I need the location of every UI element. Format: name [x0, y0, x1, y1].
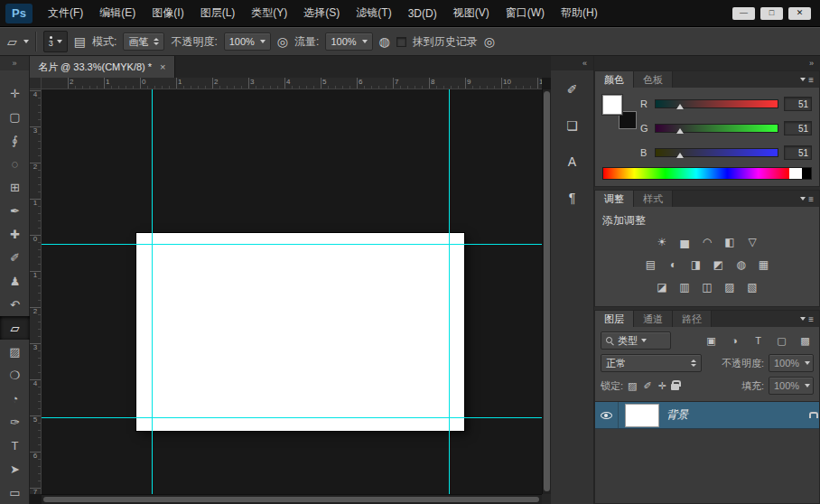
brush-size-picker[interactable]: 3	[43, 31, 68, 52]
panel-menu-icon[interactable]: ≡	[800, 71, 819, 88]
panel-tab[interactable]: 颜色	[595, 71, 634, 88]
horizontal-scrollbar[interactable]	[42, 494, 542, 504]
path-selection-tool[interactable]: ➤	[0, 457, 30, 481]
vertical-scrollbar-thumb[interactable]	[544, 91, 550, 491]
quick-selection-tool[interactable]: ◌	[0, 152, 30, 175]
threshold-icon[interactable]: ◫	[697, 278, 717, 296]
gradient-map-icon[interactable]: ▨	[720, 278, 740, 296]
menu-item[interactable]: 图层(L)	[192, 0, 244, 26]
blend-mode-dropdown[interactable]: 正常	[601, 354, 702, 372]
mode-dropdown[interactable]: 画笔	[123, 33, 164, 51]
menu-item[interactable]: 窗口(W)	[498, 0, 553, 26]
color-spectrum-ramp[interactable]	[602, 167, 812, 180]
black-white-icon[interactable]: ◨	[686, 256, 706, 274]
flow-dropdown[interactable]: 100%	[325, 33, 372, 51]
menu-item[interactable]: 滤镜(T)	[348, 0, 399, 26]
eyedropper-tool[interactable]: ✒	[0, 199, 30, 222]
spot-healing-brush-tool[interactable]: ✚	[0, 222, 30, 246]
menu-item[interactable]: 帮助(H)	[553, 0, 606, 26]
guide[interactable]	[42, 244, 542, 245]
menu-item[interactable]: 类型(Y)	[243, 0, 295, 26]
rectangular-marquee-tool[interactable]: ▢	[0, 105, 30, 128]
channel-slider[interactable]	[655, 124, 778, 133]
toggle-brush-panel-icon[interactable]: ▤	[74, 35, 86, 48]
horizontal-ruler[interactable]: 2101234567891011	[42, 78, 542, 89]
panel-tab[interactable]: 路径	[673, 311, 712, 327]
filter-adjustment-layers-icon[interactable]: ◑	[726, 332, 743, 349]
clone-source-panel-icon[interactable]: ❏	[559, 114, 586, 137]
document-tab[interactable]: 名片 @ 33.3%(CMYK/8) * ×	[30, 56, 175, 78]
filter-pixel-layers-icon[interactable]: ▣	[703, 332, 720, 349]
pressure-opacity-icon[interactable]: ◎	[277, 35, 288, 48]
brush-panel-icon[interactable]: ✐	[559, 78, 586, 101]
posterize-icon[interactable]: ▥	[675, 278, 694, 296]
slider-thumb-icon[interactable]	[676, 104, 684, 109]
type-tool[interactable]: T	[0, 434, 30, 457]
spectrum-white-swatch[interactable]	[789, 168, 802, 179]
menu-item[interactable]: 文件(F)	[40, 0, 91, 26]
color-balance-icon[interactable]: ◐	[664, 256, 684, 274]
pressure-size-icon[interactable]: ◎	[484, 35, 495, 48]
maximize-button[interactable]: □	[760, 7, 783, 20]
brightness-contrast-icon[interactable]: ☀	[652, 233, 672, 251]
canvas[interactable]	[42, 89, 542, 494]
vibrance-icon[interactable]: ▽	[742, 233, 762, 251]
character-panel-icon[interactable]: A	[559, 150, 586, 173]
exposure-icon[interactable]: ◧	[720, 233, 740, 251]
layer-visibility-cell[interactable]	[595, 402, 619, 428]
filter-smart-objects-icon[interactable]: ▩	[797, 332, 814, 349]
hue-saturation-icon[interactable]: ▤	[641, 256, 661, 274]
menu-item[interactable]: 视图(V)	[445, 0, 498, 26]
blur-tool[interactable]: ❍	[0, 363, 30, 387]
tool-preset-caret-icon[interactable]	[23, 40, 29, 43]
menu-item[interactable]: 编辑(E)	[91, 0, 144, 26]
lock-image-pixels-icon[interactable]: ✐	[643, 380, 651, 392]
channel-value-field[interactable]: 51	[784, 121, 812, 135]
channel-slider[interactable]	[655, 148, 778, 157]
tab-close-icon[interactable]: ×	[160, 61, 165, 72]
collapse-panels-icon[interactable]: »	[594, 56, 820, 70]
minimize-button[interactable]: —	[732, 7, 755, 20]
guide[interactable]	[449, 89, 450, 494]
expand-panels-icon[interactable]: «	[551, 56, 593, 70]
erase-to-history-checkbox[interactable]	[396, 37, 406, 47]
clone-stamp-tool[interactable]: ♟	[0, 269, 30, 293]
foreground-color-swatch[interactable]	[602, 95, 622, 115]
guide[interactable]	[42, 417, 542, 418]
move-tool[interactable]: ✛	[0, 81, 30, 105]
panel-menu-icon[interactable]: ≡	[800, 191, 819, 207]
filter-type-layers-icon[interactable]: T	[750, 332, 767, 349]
lock-transparent-pixels-icon[interactable]: ▨	[628, 380, 637, 392]
fill-dropdown[interactable]: 100%	[769, 377, 814, 395]
panel-tab[interactable]: 调整	[595, 191, 634, 207]
document-canvas[interactable]	[136, 233, 464, 431]
history-brush-tool[interactable]: ↶	[0, 293, 30, 316]
filter-shape-layers-icon[interactable]: ▢	[773, 332, 790, 349]
close-button[interactable]: ✕	[788, 7, 811, 20]
layer-row-background[interactable]: 背景	[595, 402, 819, 429]
menu-item[interactable]: 3D(D)	[400, 0, 445, 26]
brush-tool[interactable]: ✐	[0, 246, 30, 269]
lock-all-icon[interactable]	[671, 384, 679, 390]
panel-tab[interactable]: 通道	[634, 311, 673, 327]
spectrum-gradient[interactable]	[603, 168, 789, 179]
lasso-tool[interactable]: ∮	[0, 128, 30, 152]
panel-tab[interactable]: 图层	[595, 311, 634, 327]
selective-color-icon[interactable]: ▧	[742, 278, 762, 296]
eraser-preset-icon[interactable]: ▱	[7, 35, 17, 48]
levels-icon[interactable]: ▅	[675, 233, 694, 251]
color-lookup-icon[interactable]: ▦	[754, 256, 774, 274]
horizontal-scrollbar-thumb[interactable]	[43, 497, 539, 502]
vertical-scrollbar[interactable]	[542, 89, 551, 494]
vertical-ruler[interactable]: 432101234567	[30, 89, 42, 494]
toolbar-collapse-icon[interactable]: »	[0, 56, 29, 70]
eraser-tool[interactable]: ▱	[0, 316, 30, 340]
channel-slider[interactable]	[655, 99, 778, 108]
opacity-dropdown[interactable]: 100%	[224, 33, 271, 51]
slider-thumb-icon[interactable]	[676, 128, 684, 134]
airbrush-icon[interactable]: ◍	[379, 35, 390, 48]
dodge-tool[interactable]: ◔	[0, 387, 30, 410]
spectrum-black-swatch[interactable]	[802, 168, 811, 179]
gradient-tool[interactable]: ▨	[0, 340, 30, 363]
photo-filter-icon[interactable]: ◩	[709, 256, 729, 274]
